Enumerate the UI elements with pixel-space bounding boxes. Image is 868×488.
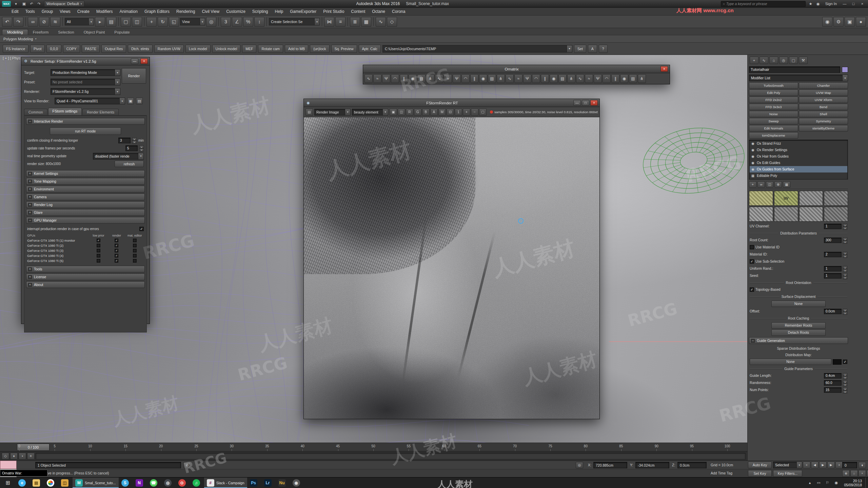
redo-icon[interactable]: ↷	[36, 1, 42, 7]
output-res-button[interactable]: Output Res	[101, 45, 126, 53]
chamfer-modifier-button[interactable]: Chamfer	[799, 82, 848, 89]
modifier-enabled-icon[interactable]: ◉	[751, 161, 755, 165]
run-rt-mode-button[interactable]: run RT mode	[50, 127, 121, 135]
zoom-1to1-icon[interactable]: 1	[455, 108, 462, 116]
rollout-camera[interactable]: +Camera	[26, 194, 145, 200]
redo-icon[interactable]: ↷	[13, 17, 23, 27]
taskbar-onenote[interactable]: N	[133, 477, 147, 488]
ornatrix-tool-7-icon[interactable]: ▤	[417, 74, 426, 83]
uvw-xform-modifier-button[interactable]: UVW Xform	[799, 97, 848, 103]
menu-create[interactable]: Create	[74, 8, 93, 15]
gpu-checkbox[interactable]	[97, 254, 100, 258]
menu-customize[interactable]: Customize	[223, 8, 249, 15]
modifier-enabled-icon[interactable]: ◉	[751, 142, 755, 145]
time-slider[interactable]: 0 / 100	[17, 444, 50, 451]
uvw-map-modifier-button[interactable]: UVW Map	[799, 89, 848, 96]
render-setup-icon[interactable]: ⚙	[833, 17, 844, 27]
rollout-tone-mapping[interactable]: +Tone Mapping	[26, 178, 145, 185]
confirm-minutes-spinner[interactable]: ▴▾	[132, 138, 137, 143]
y-coordinate-field[interactable]: -34.024cm	[635, 462, 669, 468]
render-image-canvas[interactable]	[304, 117, 599, 419]
workspace-dropdown[interactable]: Workspace: Default▾	[44, 1, 84, 7]
map-thumbnail-3[interactable]	[799, 191, 823, 206]
tab-populate[interactable]: Populate	[110, 29, 134, 35]
confirm-minutes-field[interactable]: 3	[118, 138, 131, 143]
bind-to-space-warp-icon[interactable]: ≋	[50, 17, 60, 27]
view-to-render-dropdown[interactable]: Quad 4 - PhysCamera001▾	[55, 98, 125, 104]
tab-common[interactable]: Common	[24, 109, 47, 115]
ornatrix-tool-10-icon[interactable]: ≈	[444, 74, 452, 83]
mono-channel-icon[interactable]: M	[438, 108, 446, 116]
display-tab-icon[interactable]: ▢	[789, 57, 798, 64]
select-object-icon[interactable]: ▸	[95, 17, 105, 27]
render-element-dropdown[interactable]: beauty element▾	[352, 109, 388, 116]
lock-view-icon[interactable]: ▣	[127, 98, 134, 104]
pivot-button[interactable]: Pivot	[30, 45, 45, 53]
tab-fstorm-settings[interactable]: FStorm settings	[48, 108, 82, 115]
num-points-spinner[interactable]: ▴▾	[843, 387, 847, 393]
ornatrix-tool-5-icon[interactable]: ∥	[400, 74, 408, 83]
pin-stack-icon[interactable]: +	[749, 181, 756, 188]
add-to-mb-button[interactable]: Add to MB	[285, 45, 308, 53]
remove-modifier-icon[interactable]: ⊗	[774, 181, 782, 188]
previous-frame-icon[interactable]: ◀	[811, 462, 818, 468]
set-key-button[interactable]: Set Key	[748, 470, 772, 477]
ornatrix-tool-12-icon[interactable]: ◠	[461, 74, 470, 83]
select-by-name-icon[interactable]: ▤	[106, 17, 116, 27]
zoom-in-icon[interactable]: +	[463, 108, 470, 116]
rotate-cam-button[interactable]: Rotate cam	[258, 45, 283, 53]
menu-octane[interactable]: Octane	[369, 8, 389, 15]
unlock-model-button[interactable]: Unlock model	[212, 45, 241, 53]
undo-icon[interactable]: ↶	[2, 17, 12, 27]
render-button[interactable]: Render	[122, 68, 146, 84]
turbosmooth-modifier-button[interactable]: TurboSmooth	[749, 82, 798, 89]
tab-object-paint[interactable]: Object Paint	[79, 29, 110, 35]
app-menu-arrow-icon[interactable]: ▾	[13, 1, 19, 7]
key-mode-toggle-icon[interactable]: ♦	[859, 462, 866, 468]
ornatrix-tool-25-icon[interactable]: ∿	[576, 74, 584, 83]
preset-dropdown[interactable]: No preset selected▾	[51, 79, 120, 85]
material-id-spinner[interactable]: ▴▾	[843, 252, 847, 257]
menu-print-studio[interactable]: Print Studio	[320, 8, 348, 15]
rollout-environment[interactable]: +Environment	[26, 186, 145, 192]
ornatrix-tool-30-icon[interactable]: ◉	[620, 74, 628, 83]
distribution-map-button[interactable]: None	[750, 359, 831, 365]
offset-spinner[interactable]: ▴▾	[843, 309, 847, 314]
menu-tools[interactable]: Tools	[22, 8, 38, 15]
render-setup-titlebar[interactable]: ⚙ Render Setup: FStormRender v1.2.5g — ×	[21, 57, 150, 65]
utilities-tab-icon[interactable]: ⚒	[799, 57, 808, 64]
modifier-enabled-icon[interactable]: ◉	[751, 167, 755, 171]
ornatrix-tool-26-icon[interactable]: ≈	[585, 74, 593, 83]
taskbar-photoshop[interactable]: Ps	[247, 477, 261, 488]
copy-image-icon[interactable]: ◫	[398, 108, 405, 116]
map-thumbnail-1[interactable]	[749, 191, 773, 206]
offset-field[interactable]: 0.0cm	[824, 309, 842, 314]
render-production-icon[interactable]: ●	[856, 17, 866, 27]
make-unique-icon[interactable]: ◫	[766, 181, 773, 188]
seed-field[interactable]: 1	[824, 273, 842, 279]
menu-modifiers[interactable]: Modifiers	[93, 8, 116, 15]
use-pivot-point-icon[interactable]: ◎	[206, 17, 216, 27]
spinner-snap-icon[interactable]: ↕	[254, 17, 264, 27]
viewport-label[interactable]: [ + ] [ Phys	[3, 56, 20, 60]
edit-normals-modifier-button[interactable]: Edit Normals	[749, 125, 798, 131]
close-button[interactable]: ×	[590, 100, 598, 106]
menu-group[interactable]: Group	[38, 8, 56, 15]
ornatrix-tool-14-icon[interactable]: ◉	[479, 74, 487, 83]
gpu-checkbox[interactable]	[133, 244, 137, 247]
graphite-ribbon-toggle-icon[interactable]: ▦	[361, 17, 371, 27]
modifier-list-dropdown[interactable]: Modifier List▾	[749, 75, 848, 81]
gpu-checkbox[interactable]: ✓	[115, 259, 118, 263]
root-count-spinner[interactable]: ▴▾	[843, 238, 847, 243]
taskbar-clock[interactable]: 20:13 05/09/2018	[841, 479, 865, 487]
layer-manager-icon[interactable]: ≣	[350, 17, 360, 27]
max-logo[interactable]: MAX	[2, 1, 11, 7]
menu-civil-view[interactable]: Civil View	[198, 8, 223, 15]
reference-coordinate-dropdown[interactable]: View▾	[180, 18, 205, 25]
map-thumbnail-5[interactable]	[749, 207, 773, 222]
interrupt-render-checkbox[interactable]: ✓	[139, 227, 144, 231]
torndisplaceme-modifier-button[interactable]: tornDisplaceme	[749, 132, 798, 139]
0-0-0-button[interactable]: 0,0,0	[46, 45, 61, 53]
go-to-end-icon[interactable]: »	[835, 462, 843, 468]
aptr-calc-button[interactable]: Aptr. Calc	[359, 45, 381, 53]
